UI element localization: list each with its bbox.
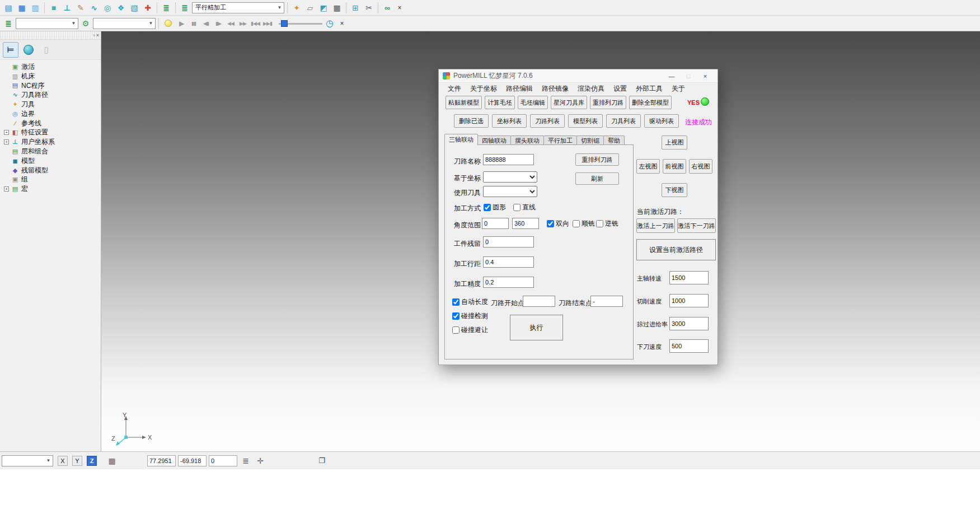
slider-handle[interactable]: [281, 20, 288, 27]
tree-item-patterns[interactable]: 参考线: [0, 119, 101, 128]
toolpath-combo[interactable]: ▼: [16, 18, 78, 29]
tree-item-label[interactable]: 宏: [21, 184, 28, 194]
conventional-checkbox-input[interactable]: [596, 220, 603, 227]
globe-view-button[interactable]: [21, 42, 36, 58]
tree-item-label[interactable]: 模型: [21, 156, 35, 166]
new-model-icon[interactable]: [2, 2, 15, 14]
bidirectional-checkbox-input[interactable]: [547, 220, 554, 227]
collision-avoid-checkbox[interactable]: 碰撞避让: [452, 325, 488, 335]
skim-feed-field[interactable]: [669, 317, 709, 330]
menu-render-simulation[interactable]: 渲染仿真: [573, 83, 609, 95]
pause-button[interactable]: ▮▮: [188, 18, 199, 29]
drive-list-button[interactable]: 驱动列表: [644, 114, 679, 128]
toolpath-name-field[interactable]: [483, 154, 534, 165]
menu-about[interactable]: 关于: [667, 83, 690, 95]
x-axis-button[interactable]: X: [58, 456, 68, 466]
shield-view-button[interactable]: ▯: [39, 42, 54, 58]
chevron-down-icon[interactable]: ▼: [44, 458, 53, 463]
panel-pin-icon[interactable]: [93, 32, 95, 38]
maximize-button[interactable]: □: [680, 69, 697, 82]
tree-item-stock-models[interactable]: 残留模型: [0, 166, 101, 175]
toolbar-close-button[interactable]: ×: [395, 3, 405, 13]
paste-new-model-button[interactable]: 粘贴新模型: [446, 96, 482, 109]
tree-item-label[interactable]: 机床: [21, 72, 35, 81]
tree-item-label[interactable]: 参考线: [21, 119, 41, 128]
circle-checkbox[interactable]: 圆形: [484, 203, 506, 212]
tab-3axis[interactable]: 三轴联动: [444, 134, 478, 145]
delete-selected-button[interactable]: 删除已选: [454, 114, 489, 128]
stepover-field[interactable]: [483, 256, 534, 268]
tree-item-label[interactable]: 用户坐标系: [21, 137, 55, 147]
tree-item-label[interactable]: 边界: [21, 109, 35, 119]
tree-item-models[interactable]: 模型: [0, 156, 101, 166]
list-icon[interactable]: [240, 455, 252, 467]
tree-expander[interactable]: +: [4, 130, 9, 135]
strategy-stack-icon[interactable]: [179, 2, 191, 14]
menu-path-edit[interactable]: 路径编辑: [501, 83, 537, 95]
play-button[interactable]: ▶: [176, 18, 187, 29]
tree-item-label[interactable]: 残留模型: [21, 166, 48, 175]
tree-item-label[interactable]: 组: [21, 175, 28, 184]
clock-icon[interactable]: [323, 17, 336, 30]
conventional-checkbox[interactable]: 逆铣: [596, 219, 618, 228]
boundary-icon[interactable]: [101, 2, 114, 14]
workplane-icon[interactable]: [61, 2, 73, 14]
menu-settings[interactable]: 设置: [609, 83, 631, 95]
coordinate-select[interactable]: [483, 171, 537, 183]
tree-expander[interactable]: +: [4, 186, 9, 192]
y-axis-button[interactable]: Y: [72, 456, 82, 466]
fast-forward-button[interactable]: ▶▶: [237, 18, 248, 29]
spindle-speed-field[interactable]: [669, 271, 709, 284]
start-point-field[interactable]: [523, 296, 555, 307]
tools-icon[interactable]: [142, 2, 154, 14]
machining-strategy-combo[interactable]: 平行精加工 ▼: [192, 2, 284, 13]
refresh-button[interactable]: 刷新: [575, 172, 619, 185]
shading-icon[interactable]: [317, 2, 330, 14]
table-grid-icon[interactable]: [106, 455, 118, 467]
tree-item-levels-and-sets[interactable]: 层和组合: [0, 147, 101, 156]
line-checkbox[interactable]: 直线: [513, 203, 536, 212]
tree-item-label[interactable]: 激活: [21, 62, 35, 72]
dialog-titlebar[interactable]: PowerMILL 忆梦星河 7.0.6 — □ ×: [439, 69, 718, 83]
menu-file[interactable]: 文件: [443, 83, 466, 95]
auto-length-checkbox[interactable]: 自动长度: [452, 297, 488, 307]
climb-checkbox[interactable]: 顺铣: [573, 219, 595, 228]
curve-icon[interactable]: [88, 2, 100, 14]
tree-view-button[interactable]: ⊨: [3, 42, 18, 58]
tree-item-toolpaths[interactable]: 刀具路径: [0, 90, 101, 100]
collision-check-checkbox[interactable]: 碰撞检测: [452, 311, 488, 321]
tile-icon[interactable]: [128, 2, 140, 14]
collision-avoid-checkbox-input[interactable]: [452, 326, 459, 334]
z-axis-button[interactable]: Z: [87, 456, 97, 466]
tree-item-nc-programs[interactable]: NC程序: [0, 81, 101, 91]
line-checkbox-input[interactable]: [513, 204, 521, 211]
find-icon[interactable]: [381, 2, 393, 14]
set-active-path-button[interactable]: 设置当前激活路径: [636, 239, 716, 260]
tool-combo[interactable]: ▼: [93, 18, 156, 29]
tree-item-macros[interactable]: +宏: [0, 184, 101, 194]
cutting-feed-field[interactable]: [669, 294, 709, 307]
chevron-down-icon[interactable]: ▼: [275, 5, 284, 10]
rewind-button[interactable]: ◀◀: [225, 18, 236, 29]
angle-end-field[interactable]: [512, 218, 539, 229]
menu-external-tools[interactable]: 外部工具: [631, 83, 667, 95]
tree-item-machine[interactable]: 机床: [0, 72, 101, 81]
stock-edit-button[interactable]: 毛坯编辑: [518, 96, 548, 109]
step-back-button[interactable]: ◀▮: [200, 18, 212, 29]
xinghe-tool-library-button[interactable]: 星河刀具库: [551, 96, 587, 109]
tab-swivel-head[interactable]: 摆头联动: [510, 136, 544, 145]
panel-header[interactable]: ×: [0, 31, 101, 40]
windows-icon[interactable]: [316, 455, 328, 467]
tree-item-groups[interactable]: 组: [0, 175, 101, 185]
tool-select[interactable]: [483, 186, 537, 197]
auto-length-checkbox-input[interactable]: [452, 298, 459, 306]
view-top-button[interactable]: 上视图: [662, 136, 687, 150]
delete-all-models-button[interactable]: 删除全部模型: [629, 96, 672, 109]
tree-item-tools[interactable]: 刀具: [0, 100, 101, 109]
status-combo[interactable]: ▼: [2, 455, 53, 466]
activate-next-toolpath-button[interactable]: 激活下一刀路: [677, 218, 716, 233]
strategy-stack-icon[interactable]: [2, 17, 15, 30]
model-list-button[interactable]: 模型列表: [568, 114, 603, 128]
circle-checkbox-input[interactable]: [484, 204, 491, 211]
grid-transform-icon[interactable]: [349, 2, 362, 14]
